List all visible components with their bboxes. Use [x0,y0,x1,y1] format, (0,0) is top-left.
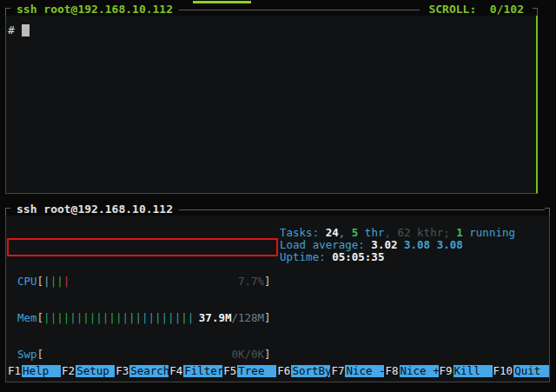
fkey-help[interactable]: F1Help [7,365,61,377]
fkey-action: Setup [76,365,115,377]
top-terminal-pane[interactable]: ssh root@192.168.10.112 SCROLL: 0/102 # [5,3,538,194]
load-average: Load average: 3.02 3.08 3.08 [280,239,515,251]
pane-corner-icon [533,8,538,16]
cpu-meter: CPU[||||7.7%] [17,276,549,288]
fkey-action: SortBy [291,365,330,377]
bottom-pane-title: ssh root@192.168.10.112 [17,203,173,216]
fkey-action: Tree [237,365,276,377]
fkey-action: Nice - [345,365,384,377]
cpu-meter-label: CPU [17,276,37,288]
htop-screen: CPU[||||7.7%] Mem[||||||||||||||||||||||… [6,216,549,382]
fkey-quit[interactable]: F10Quit [493,365,549,377]
fkey-action: Filter [183,365,222,377]
fkey-label: F3 [115,365,129,377]
fkey-setup[interactable]: F2Setup [61,365,115,377]
function-key-bar: F1HelpF2SetupF3SearchF4FilterF5TreeF6Sor… [7,365,549,377]
fkey-action: Nice + [400,365,439,377]
swap-meter-label: Swp [17,349,37,361]
fkey-label: F10 [493,365,514,377]
fkey-label: F2 [61,365,76,377]
fkey-kill[interactable]: F9Kill [439,365,493,377]
swap-meter: Swp[0K/0K] [17,349,549,361]
top-pane-title: ssh root@192.168.10.112 [17,3,173,16]
pane-corner-icon [5,8,10,16]
meter-bracket: [ [37,312,44,324]
meter-bracket: ] [264,349,271,361]
terminal-screen: ssh root@192.168.10.112 SCROLL: 0/102 # … [0,0,556,392]
swap-meter-value: 0K/0K [231,349,264,361]
fkey-search[interactable]: F3Search [115,365,169,377]
fkey-label: F4 [169,365,183,377]
memory-meter-bars: ||||||||||||||||||||||| [43,312,194,324]
fkey-label: F9 [439,365,453,377]
shell-prompt: # [8,23,15,37]
pane-border-line [179,209,545,210]
fkey-nice-plus[interactable]: F8Nice + [384,365,438,377]
fkey-action: Quit [513,365,549,377]
fkey-label: F8 [384,365,399,377]
fkey-label: F7 [330,365,345,377]
pane-corner-icon [5,208,10,216]
uptime: Uptime: 05:05:35 [280,251,515,263]
fkey-tree[interactable]: F5Tree [222,365,276,377]
memory-meter: Mem[|||||||||||||||||||||||37.9M/128M] [17,312,549,324]
fkey-label: F5 [222,365,237,377]
fkey-filter[interactable]: F4Filter [169,365,222,377]
fkey-label: F6 [276,365,291,377]
cpu-meter-bars: |||| [43,276,70,288]
tasks-summary: Tasks: 24, 5 thr, 62 kthr; 1 running [280,227,515,239]
bottom-pane-titlebar: ssh root@192.168.10.112 [5,203,550,216]
fkey-action: Search [129,365,169,377]
memory-meter-value: 37.9M/128M [199,312,264,324]
bottom-terminal-pane[interactable]: ssh root@192.168.10.112 CPU[||||7.7%] Me… [5,203,550,382]
scroll-indicator: SCROLL: 0/102 [428,3,524,16]
fkey-action: Help [22,365,61,377]
top-pane-titlebar: ssh root@192.168.10.112 SCROLL: 0/102 [5,3,538,16]
fkey-sortby[interactable]: F6SortBy [276,365,330,377]
pane-border-line [179,10,420,10]
fkey-label: F1 [7,365,22,377]
meter-bracket: [ [37,349,44,361]
meter-bracket: [ [37,276,44,288]
meter-bracket: ] [264,312,271,324]
cpu-meter-value: 7.7% [238,276,264,288]
htop-summary: Tasks: 24, 5 thr, 62 kthr; 1 runningLoad… [280,227,515,263]
bottom-pane-body[interactable]: CPU[||||7.7%] Mem[||||||||||||||||||||||… [5,216,550,382]
memory-meter-label: Mem [17,312,37,324]
shell-prompt-line: # [8,23,30,37]
fkey-nice-minus[interactable]: F7Nice - [330,365,384,377]
text-cursor [22,24,30,37]
meter-bracket: ] [264,276,271,288]
top-pane-body[interactable]: # [5,16,538,194]
pane-corner-icon [545,208,550,216]
fkey-action: Kill [453,365,493,377]
